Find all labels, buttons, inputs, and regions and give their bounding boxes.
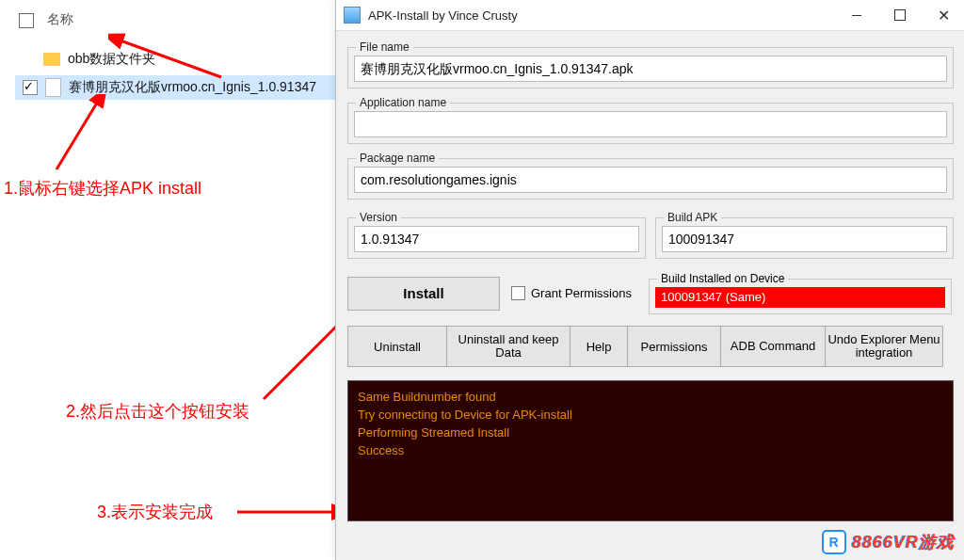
label-app-name: Application name <box>356 96 450 109</box>
adb-command-button[interactable]: ADB Command <box>720 326 825 367</box>
arrow-icon <box>233 497 346 525</box>
row-checkbox[interactable] <box>23 80 38 95</box>
apk-install-window: APK-Install by Vince Crusty ✕ File name … <box>335 0 964 560</box>
annotation-1: 1.鼠标右键选择APK install <box>4 177 201 200</box>
uninstall-button[interactable]: Uninstall <box>347 326 446 367</box>
label-build-installed: Build Installed on Device <box>657 272 788 285</box>
group-app-name: Application name <box>347 96 954 144</box>
watermark: R 8866VR游戏 <box>822 530 955 554</box>
label-version: Version <box>356 211 401 224</box>
app-name-field[interactable] <box>354 111 947 137</box>
console-line: Success <box>358 442 943 460</box>
select-all-checkbox[interactable] <box>19 13 34 28</box>
app-icon <box>344 7 361 24</box>
label-package-name: Package name <box>356 152 439 165</box>
label-build-apk: Build APK <box>664 211 721 224</box>
group-package-name: Package name com.resolutiongames.ignis <box>347 152 954 200</box>
arrow-icon <box>47 94 132 177</box>
version-field[interactable]: 1.0.91347 <box>354 226 639 252</box>
folder-icon <box>43 53 60 66</box>
minimize-button[interactable] <box>835 0 878 30</box>
svg-line-0 <box>118 40 221 77</box>
build-apk-field[interactable]: 100091347 <box>662 226 947 252</box>
close-button[interactable]: ✕ <box>922 0 964 30</box>
package-name-field[interactable]: com.resolutiongames.ignis <box>354 167 947 193</box>
console-log[interactable]: Same Buildnumber found Try connecting to… <box>347 380 954 521</box>
build-installed-field: 100091347 (Same) <box>655 287 945 308</box>
svg-line-2 <box>264 318 345 399</box>
column-header-name[interactable]: 名称 <box>47 11 73 28</box>
checkbox-icon[interactable] <box>511 286 525 300</box>
group-build-installed: Build Installed on Device 100091347 (Sam… <box>649 272 952 314</box>
svg-line-1 <box>56 100 99 169</box>
permissions-button[interactable]: Permissions <box>627 326 720 367</box>
annotation-2: 2.然后点击这个按钮安装 <box>66 400 249 423</box>
grant-permissions-label: Grant Permissions <box>531 286 632 300</box>
install-button[interactable]: Install <box>347 277 500 311</box>
annotation-3: 3.表示安装完成 <box>97 501 213 523</box>
titlebar[interactable]: APK-Install by Vince Crusty ✕ <box>336 0 964 31</box>
maximize-button[interactable] <box>878 0 922 30</box>
undo-explorer-integration-button[interactable]: Undo Explorer Menu integration <box>825 326 943 367</box>
group-build-apk: Build APK 100091347 <box>655 211 954 259</box>
group-version: Version 1.0.91347 <box>347 211 646 259</box>
watermark-text: 8866VR游戏 <box>852 531 955 553</box>
group-file-name: File name 赛博朋克汉化版vrmoo.cn_Ignis_1.0.9134… <box>347 40 954 88</box>
console-line: Same Buildnumber found <box>358 389 943 407</box>
arrow-icon <box>108 30 231 87</box>
uninstall-keep-data-button[interactable]: Uninstall and keep Data <box>446 326 570 367</box>
file-name-field[interactable]: 赛博朋克汉化版vrmoo.cn_Ignis_1.0.91347.apk <box>354 56 947 82</box>
grant-permissions-option[interactable]: Grant Permissions <box>511 286 632 300</box>
label-file-name: File name <box>356 40 413 54</box>
window-title: APK-Install by Vince Crusty <box>368 8 835 23</box>
console-line: Try connecting to Device for APK-install <box>358 407 943 424</box>
console-line: Performing Streamed Install <box>358 424 943 442</box>
watermark-icon: R <box>822 530 846 554</box>
help-button[interactable]: Help <box>570 326 627 367</box>
